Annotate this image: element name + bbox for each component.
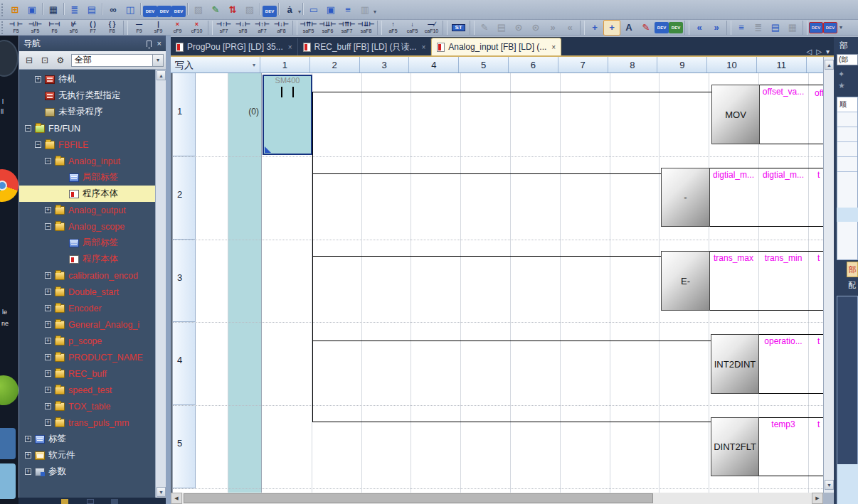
text-edit-icon[interactable]: ✎ bbox=[637, 20, 655, 36]
tab-close-icon[interactable]: × bbox=[288, 43, 292, 51]
operand-label[interactable]: digtial_m... bbox=[758, 170, 808, 180]
statement-list-icon[interactable]: ▤ bbox=[83, 2, 100, 18]
closed-branch-button[interactable]: ⊬sF6 bbox=[64, 20, 83, 35]
rising-pulse-close-button[interactable]: ⊣↑⊢aF7 bbox=[253, 20, 272, 35]
nav-tree-item[interactable]: 程序本体 bbox=[19, 251, 155, 267]
device-display-icon[interactable]: DEV bbox=[263, 6, 277, 17]
nav-tree-item[interactable]: 未登录程序 bbox=[19, 104, 155, 120]
expander-icon[interactable]: + bbox=[35, 76, 41, 82]
tab-close-icon[interactable]: × bbox=[421, 43, 425, 51]
module-configuration-icon[interactable]: ▦ bbox=[45, 2, 62, 18]
rung-number[interactable]: 5 bbox=[173, 405, 196, 488]
nav-tree-item[interactable]: + 参数 bbox=[19, 463, 155, 480]
nav-tree-item[interactable]: + p_scope bbox=[19, 333, 155, 349]
tab-scroll-right-icon[interactable]: ▷ bbox=[816, 48, 822, 55]
expander-icon[interactable]: + bbox=[45, 419, 51, 426]
tree-scrollbar[interactable]: ▲ ▼ bbox=[155, 70, 166, 498]
column-header[interactable]: 11 bbox=[757, 57, 807, 73]
function-block-eminus[interactable]: E- bbox=[661, 251, 710, 311]
gear-icon[interactable]: ⚙ bbox=[53, 53, 68, 68]
nav-tree-item[interactable]: + TOX_table bbox=[19, 398, 155, 414]
vertical-line-button[interactable]: |sF9 bbox=[149, 20, 168, 35]
column-header[interactable]: 4 bbox=[409, 57, 459, 73]
nav-tree-item[interactable]: + Double_start bbox=[19, 284, 155, 300]
nav-tree-item[interactable]: + REC_buff bbox=[19, 365, 155, 382]
separator[interactable] bbox=[726, 21, 731, 35]
document-tab[interactable]: ProgPou [PRG] [LD] 35... × bbox=[171, 38, 298, 55]
toolbar-overflow-icon[interactable]: ▾ bbox=[374, 8, 376, 14]
expander-icon[interactable]: + bbox=[45, 370, 51, 377]
edit-mode-dropdown[interactable]: 写入 ▾ bbox=[171, 57, 260, 73]
shift-right-icon[interactable]: » bbox=[708, 20, 725, 36]
operand-label[interactable]: t bbox=[817, 419, 820, 429]
expander-icon[interactable]: + bbox=[45, 321, 51, 328]
expander-icon[interactable]: + bbox=[25, 468, 31, 475]
document-tab[interactable]: Analog_input [FB] [LD] (... × bbox=[431, 38, 561, 55]
column-header[interactable]: 9 bbox=[657, 57, 707, 73]
insert-row-icon[interactable]: » bbox=[544, 20, 561, 36]
panel-tab-config[interactable]: 配 bbox=[848, 280, 856, 291]
toolbar-overflow-icon[interactable]: ▾ bbox=[837, 24, 844, 31]
rising-pulse-close-branch-button[interactable]: ⊣⇈⊢saF7 bbox=[337, 20, 356, 35]
text-find-icon[interactable]: A bbox=[620, 20, 637, 36]
separator[interactable] bbox=[260, 3, 261, 15]
separator[interactable] bbox=[470, 21, 475, 35]
delete-vertical-line-button[interactable]: ×cF10 bbox=[187, 20, 206, 35]
device-edit-dialog-icon[interactable]: DEV bbox=[669, 22, 683, 33]
expander-icon[interactable]: − bbox=[35, 141, 41, 148]
collapse-tree-icon[interactable]: ⊟ bbox=[21, 53, 37, 68]
separator[interactable] bbox=[42, 3, 43, 15]
element-search-input[interactable]: (部 bbox=[837, 54, 858, 65]
close-icon[interactable]: × bbox=[157, 39, 161, 48]
separator[interactable] bbox=[102, 3, 103, 15]
operand-label[interactable]: t bbox=[817, 170, 820, 180]
edit-comment-icon[interactable]: ✎ bbox=[476, 20, 493, 36]
horizontal-scrollbar[interactable]: ◀ ▶ bbox=[171, 493, 823, 504]
operand-label[interactable]: offset_va... bbox=[758, 87, 808, 97]
wire-edit-icon[interactable]: + bbox=[603, 20, 620, 36]
column-header[interactable]: 6 bbox=[509, 57, 558, 73]
column-header[interactable]: 2 bbox=[310, 57, 360, 73]
device-find-icon[interactable]: ȧ bbox=[281, 2, 298, 18]
rung-number[interactable]: 4 bbox=[173, 322, 196, 405]
nav-tree-item[interactable]: 程序本体 bbox=[19, 186, 155, 202]
open-contact-button[interactable]: ⊣ ⊢F5 bbox=[6, 20, 26, 35]
scroll-left-icon[interactable]: ◀ bbox=[171, 493, 182, 504]
scroll-down-icon[interactable]: ▼ bbox=[825, 480, 834, 490]
nav-tree-item[interactable]: + General_Analog_i bbox=[19, 316, 155, 333]
column-header[interactable]: 1 bbox=[260, 57, 310, 73]
document-tab[interactable]: REC_buff [FB] [LD] (只读... × bbox=[298, 38, 432, 55]
expand-tree-icon[interactable]: ⊡ bbox=[37, 53, 53, 68]
closed-contact-button[interactable]: ⊣/⊢sF5 bbox=[26, 20, 45, 35]
selected-cell[interactable] bbox=[263, 75, 312, 155]
expander-icon[interactable]: + bbox=[25, 436, 31, 442]
element-list-row[interactable] bbox=[837, 142, 857, 157]
nav-tree-item[interactable]: − FBFILE bbox=[19, 136, 155, 153]
separator[interactable] bbox=[140, 3, 142, 15]
operand-label[interactable]: digtial_m... bbox=[709, 170, 758, 180]
expander-icon[interactable]: + bbox=[45, 207, 51, 213]
align-list-icon[interactable]: ≡ bbox=[733, 20, 750, 36]
panel-tab-element[interactable]: 部 bbox=[847, 262, 858, 277]
nav-tree-item[interactable]: + 软元件 bbox=[19, 447, 155, 463]
horizontal-line-button[interactable]: —F9 bbox=[129, 20, 149, 35]
delete-row-icon[interactable]: « bbox=[561, 20, 578, 36]
project-tree-icon[interactable]: ⊞ bbox=[6, 2, 23, 18]
device-batch-icon[interactable]: DEV bbox=[171, 6, 186, 17]
io-check-icon[interactable]: ⇅ bbox=[224, 2, 241, 18]
declaration-list-icon[interactable]: ▤ bbox=[767, 20, 784, 36]
element-list-row[interactable] bbox=[837, 127, 857, 142]
expander-icon[interactable]: + bbox=[45, 289, 51, 295]
delete-horizontal-line-button[interactable]: ×cF9 bbox=[168, 20, 187, 35]
panel-splitter[interactable] bbox=[166, 36, 171, 504]
inline-st-button[interactable]: ST bbox=[449, 20, 468, 35]
tree-filter-dropdown[interactable]: 全部 ▾ bbox=[71, 54, 164, 67]
expander-icon[interactable]: + bbox=[45, 403, 51, 409]
operand-label[interactable]: off bbox=[815, 88, 823, 98]
favorite-icon[interactable]: ✦ bbox=[838, 70, 844, 79]
expander-icon[interactable]: + bbox=[45, 354, 51, 360]
note-find-next-icon[interactable]: ⊙ bbox=[527, 20, 544, 36]
ladder-list-icon[interactable]: ≣ bbox=[66, 2, 83, 18]
nav-tree-item[interactable]: + PRODUCT_NAME bbox=[19, 349, 155, 365]
list-display-icon[interactable]: ≡ bbox=[339, 2, 356, 18]
